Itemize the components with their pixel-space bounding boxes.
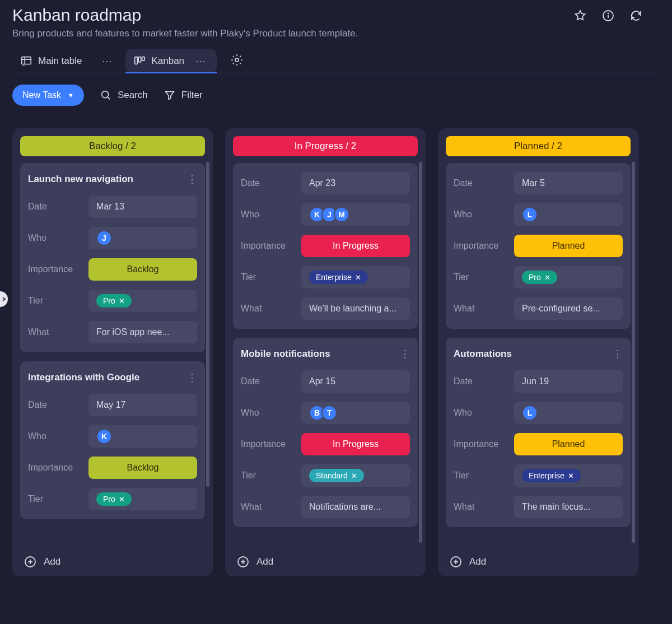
- tier-field-row: TierPro✕: [20, 285, 205, 316]
- date-field-row: DateMar 13: [20, 191, 205, 222]
- field-label: Who: [28, 233, 88, 243]
- who-field-value[interactable]: L: [514, 402, 623, 424]
- column-header[interactable]: Backlog / 2: [20, 136, 205, 156]
- avatar[interactable]: L: [522, 207, 538, 222]
- field-label: What: [241, 502, 301, 512]
- tab-main-table-menu[interactable]: ⋯: [100, 55, 115, 67]
- scrollbar[interactable]: [632, 162, 635, 543]
- field-label: Who: [28, 431, 88, 441]
- tier-field-row: TierEnterprise✕: [233, 262, 418, 293]
- card[interactable]: Mobile notifications⋮DateApr 15WhoBTImpo…: [233, 338, 418, 527]
- who-field-value[interactable]: KJM: [301, 203, 410, 226]
- remove-tag-icon[interactable]: ✕: [119, 297, 125, 305]
- tier-badge[interactable]: Standard✕: [309, 469, 364, 482]
- remove-tag-icon[interactable]: ✕: [351, 472, 357, 480]
- tier-badge[interactable]: Pro✕: [522, 271, 557, 284]
- field-value[interactable]: Notifications are...: [301, 496, 410, 518]
- importance-field-row: ImportanceIn Progress: [233, 429, 418, 460]
- remove-tag-icon[interactable]: ✕: [119, 495, 125, 504]
- field-label: What: [241, 304, 301, 314]
- card[interactable]: DateMar 5WhoLImportancePlannedTierPro✕Wh…: [446, 163, 631, 329]
- scrollbar[interactable]: [419, 162, 422, 543]
- importance-pill[interactable]: Backlog: [88, 258, 197, 281]
- field-label: Importance: [454, 439, 514, 449]
- tier-badge[interactable]: Enterprise✕: [522, 469, 581, 482]
- field-value[interactable]: Apr 15: [301, 370, 410, 393]
- remove-tag-icon[interactable]: ✕: [568, 472, 574, 480]
- field-value[interactable]: Mar 5: [514, 172, 623, 194]
- search-label: Search: [118, 90, 148, 101]
- remove-tag-icon[interactable]: ✕: [544, 273, 550, 282]
- field-label: Tier: [454, 471, 514, 481]
- column-planned: Planned / 2DateMar 5WhoLImportancePlanne…: [438, 128, 638, 576]
- what-field-row: WhatThe main focus...: [446, 491, 631, 523]
- filter-button[interactable]: Filter: [164, 89, 203, 101]
- settings-icon[interactable]: [230, 53, 244, 69]
- card-menu-icon[interactable]: ⋮: [613, 348, 623, 360]
- avatar[interactable]: L: [522, 405, 538, 421]
- add-card-button[interactable]: Add: [438, 546, 638, 569]
- who-field-value[interactable]: K: [88, 425, 197, 448]
- tab-main-table[interactable]: Main table: [12, 49, 90, 73]
- field-value[interactable]: Mar 13: [88, 195, 197, 218]
- new-task-button[interactable]: New Task ▼: [12, 85, 84, 106]
- tier-field-value[interactable]: Standard✕: [301, 464, 410, 487]
- scrollbar[interactable]: [206, 162, 209, 543]
- remove-tag-icon[interactable]: ✕: [355, 273, 361, 282]
- importance-pill[interactable]: Planned: [514, 433, 623, 455]
- field-label: Importance: [28, 264, 88, 274]
- field-value[interactable]: The main focus...: [514, 496, 623, 518]
- refresh-icon[interactable]: [629, 9, 643, 25]
- card[interactable]: Integrations with Google⋮DateMay 17WhoKI…: [20, 361, 205, 519]
- tier-field-value[interactable]: Pro✕: [88, 488, 197, 510]
- column-header[interactable]: Planned / 2: [446, 136, 631, 156]
- tier-field-value[interactable]: Pro✕: [514, 266, 623, 288]
- info-icon[interactable]: [601, 9, 615, 25]
- tier-field-value[interactable]: Enterprise✕: [514, 464, 623, 487]
- field-value[interactable]: We'll be launching a...: [301, 297, 410, 320]
- card-title: Automations: [454, 348, 512, 360]
- filter-label: Filter: [181, 90, 203, 101]
- tier-field-value[interactable]: Enterprise✕: [301, 266, 410, 288]
- who-field-value[interactable]: L: [514, 203, 623, 226]
- field-value[interactable]: May 17: [88, 394, 197, 416]
- importance-pill[interactable]: Planned: [514, 235, 623, 257]
- who-field-value[interactable]: BT: [301, 402, 410, 424]
- tier-badge[interactable]: Pro✕: [96, 294, 132, 308]
- tier-badge[interactable]: Enterprise✕: [309, 271, 368, 284]
- field-label: Who: [454, 408, 514, 418]
- svg-point-2: [608, 13, 609, 14]
- column-header[interactable]: In Progress / 2: [233, 136, 418, 156]
- tier-field-value[interactable]: Pro✕: [88, 290, 197, 312]
- field-value[interactable]: Pre-configured se...: [514, 297, 623, 320]
- field-value[interactable]: Apr 23: [301, 172, 410, 194]
- importance-pill[interactable]: In Progress: [301, 235, 410, 257]
- tab-kanban[interactable]: Kanban ⋯: [125, 49, 217, 73]
- tier-badge[interactable]: Pro✕: [96, 492, 132, 506]
- avatar[interactable]: M: [334, 207, 349, 222]
- search-button[interactable]: Search: [100, 89, 148, 101]
- star-icon[interactable]: [573, 9, 587, 25]
- importance-field-row: ImportancePlanned: [446, 230, 631, 262]
- add-card-button[interactable]: Add: [225, 546, 426, 569]
- field-label: Importance: [28, 463, 88, 473]
- card[interactable]: DateApr 23WhoKJMImportanceIn ProgressTie…: [233, 163, 418, 329]
- importance-pill[interactable]: In Progress: [301, 433, 410, 455]
- card-menu-icon[interactable]: ⋮: [187, 371, 197, 384]
- column-in_progress: In Progress / 2DateApr 23WhoKJMImportanc…: [225, 128, 426, 576]
- tab-kanban-menu[interactable]: ⋯: [193, 55, 209, 67]
- card[interactable]: Launch new navigation⋮DateMar 13WhoJImpo…: [20, 163, 205, 352]
- importance-pill[interactable]: Backlog: [88, 457, 197, 479]
- field-value[interactable]: For iOS app nee...: [88, 321, 197, 343]
- field-value[interactable]: Jun 19: [514, 370, 623, 393]
- card-menu-icon[interactable]: ⋮: [187, 173, 197, 185]
- avatar[interactable]: T: [321, 405, 337, 421]
- add-card-button[interactable]: Add: [12, 546, 213, 569]
- card-menu-icon[interactable]: ⋮: [400, 348, 410, 360]
- avatar[interactable]: J: [96, 230, 112, 246]
- who-field-value[interactable]: J: [88, 227, 197, 249]
- card[interactable]: Automations⋮DateJun 19WhoLImportancePlan…: [446, 338, 631, 527]
- avatar[interactable]: K: [96, 429, 112, 444]
- who-field-row: WhoL: [446, 199, 631, 230]
- field-label: Who: [241, 408, 301, 418]
